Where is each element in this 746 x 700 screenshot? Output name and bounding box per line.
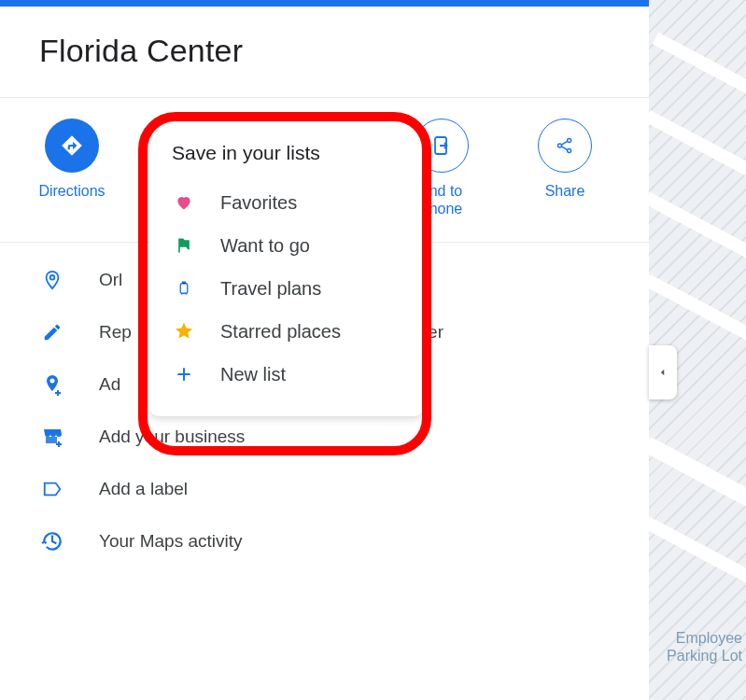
svg-point-0	[557, 144, 561, 147]
starred-label: Starred places	[220, 321, 341, 343]
share-button[interactable]: Share	[525, 119, 605, 200]
store-icon	[39, 424, 65, 450]
share-icon	[538, 119, 592, 173]
title-row: Florida Center	[0, 7, 649, 97]
travel-label: Travel plans	[220, 278, 321, 300]
action-label: Directions	[38, 182, 105, 200]
favorites-label: Favorites	[220, 192, 297, 214]
flag-icon	[172, 233, 196, 258]
plus-icon	[172, 362, 196, 386]
action-label-line2: phone	[421, 200, 463, 217]
popup-title: Save in your lists	[172, 142, 400, 164]
place-title: Florida Center	[39, 33, 610, 69]
suggest-edit-text: Rep	[99, 322, 132, 343]
map-label-line2: Parking Lot	[667, 648, 742, 664]
directions-icon	[45, 119, 99, 173]
svg-point-1	[568, 138, 571, 142]
add-label-row[interactable]: Add a label	[0, 463, 649, 515]
add-business-row[interactable]: Add your business	[0, 411, 649, 463]
svg-point-3	[50, 275, 55, 280]
location-text: Orl	[99, 270, 122, 290]
pin-icon	[39, 267, 65, 293]
pencil-icon	[39, 319, 65, 345]
star-icon	[172, 319, 196, 343]
want-label: Want to go	[220, 235, 310, 257]
starred-places-item[interactable]: Starred places	[172, 310, 400, 353]
maps-activity-text: Your Maps activity	[99, 531, 242, 552]
maps-activity-row[interactable]: Your Maps activity	[0, 515, 649, 567]
add-business-text: Add your business	[99, 427, 245, 447]
map-label-line1: Employee	[676, 630, 742, 646]
add-label-text: Add a label	[99, 479, 188, 499]
suitcase-icon	[172, 276, 196, 301]
action-label: Share	[545, 182, 585, 200]
add-missing-text: Ad	[99, 374, 120, 395]
travel-plans-item[interactable]: Travel plans	[172, 267, 400, 310]
heart-icon	[172, 190, 196, 215]
add-place-icon	[39, 371, 65, 398]
collapse-panel-button[interactable]	[649, 345, 677, 399]
want-to-go-item[interactable]: Want to go	[172, 224, 400, 267]
favorites-item[interactable]: Favorites	[172, 181, 400, 224]
top-accent-bar	[0, 0, 649, 7]
history-icon	[39, 528, 65, 554]
svg-point-2	[568, 148, 571, 152]
action-label-line1: end to	[421, 182, 462, 200]
map-label: Employee Parking Lot	[667, 630, 742, 665]
chevron-left-icon	[658, 366, 668, 379]
newlist-label: New list	[220, 364, 286, 385]
directions-button[interactable]: Directions	[32, 119, 112, 200]
label-icon	[39, 476, 65, 502]
new-list-item[interactable]: New list	[172, 353, 400, 396]
save-lists-popup: Save in your lists Favorites Want to go …	[149, 121, 424, 416]
svg-rect-4	[180, 284, 188, 294]
